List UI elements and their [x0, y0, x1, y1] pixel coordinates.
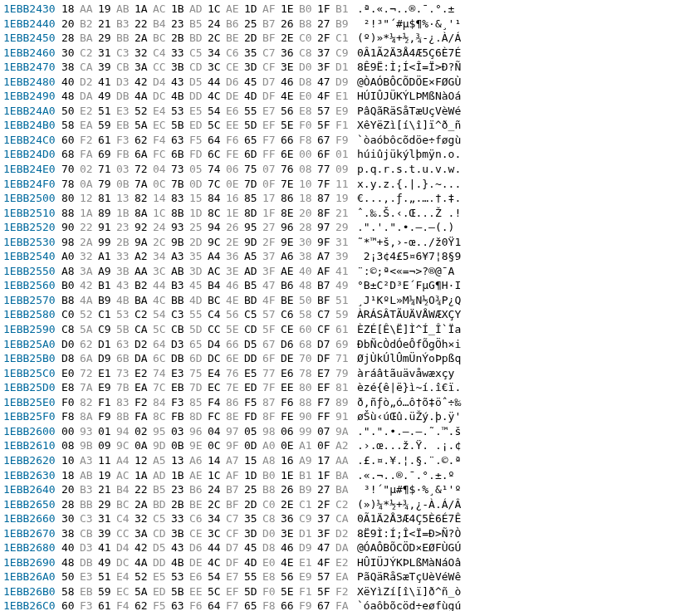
hex-byte: 94	[116, 424, 135, 439]
hex-byte: DE	[281, 351, 299, 366]
hex-byte: 5E	[226, 322, 244, 337]
hex-row[interactable]: 1EBB26A050E351E452E553E654E755E856E957EA…	[3, 569, 700, 584]
hex-row[interactable]: 1EBB245028BA29BB2ABC2BBD2CBE2DBF2EC02FC1…	[3, 31, 700, 46]
hex-byte: 10	[299, 177, 317, 192]
hex-row[interactable]: 1EBB252090229123922493259426952796289729…	[3, 220, 700, 235]
hex-byte: 06	[226, 162, 244, 177]
hex-byte: 6B	[116, 351, 135, 366]
hex-row[interactable]: 1EBB24F0780A790B7A0C7B0D7C0E7D0F7E107F11…	[3, 177, 700, 192]
hex-byte: 3F	[317, 60, 335, 75]
hex-byte: 4B	[171, 555, 189, 570]
ascii: àráâtãuävåwæxçy	[357, 366, 454, 381]
hex-row[interactable]: 1EBB25C0E072E173E274E375E476E577E678E779…	[3, 366, 700, 381]
hex-byte: 60	[61, 133, 80, 148]
hex-byte: B4	[153, 17, 171, 32]
address: 1EBB25A0	[3, 337, 61, 352]
hex-byte: D7	[226, 540, 244, 555]
hex-byte: EF	[317, 380, 335, 395]
hex-row[interactable]: 1EBB2510881A891B8A1C8B1D8C1E8D1F8E208F21…	[3, 206, 700, 221]
hex-row[interactable]: 1EBB24A050E251E352E453E554E655E756E857E9…	[3, 104, 700, 119]
hex-byte: 0E	[281, 438, 299, 453]
hex-bytes: 40D241D342D443D544D645D746D847D9	[61, 75, 354, 90]
hex-row[interactable]: 1EBB250080128113821483158416851786188719…	[3, 191, 700, 206]
hex-row[interactable]: 1EBB26C060F361F462F563F664F765F866F967FA…	[3, 599, 700, 611]
hex-byte: 88	[61, 206, 80, 221]
hex-byte: D6	[281, 337, 299, 352]
hex-row[interactable]: 1EBB243018AA19AB1AAC1BAD1CAE1DAF1EB01FB1…	[3, 2, 700, 17]
ascii: .›.œ...ž.Ÿ. .¡.¢	[357, 438, 461, 453]
hex-row[interactable]: 1EBB2610089B099C0A9D0B9E0C9F0DA00EA10FA2…	[3, 438, 700, 453]
hex-row[interactable]: 1EBB244020B221B322B423B524B625B726B827B9…	[3, 17, 700, 32]
hex-row[interactable]: 1EBB2580C052C153C254C355C456C557C658C759…	[3, 307, 700, 322]
hex-byte: 20	[299, 206, 317, 221]
hex-row[interactable]: 1EBB269048DB49DC4ADD4BDE4CDF4DE04EE14FE2…	[3, 555, 700, 570]
hex-row[interactable]: 1EBB2560B042B143B244B345B446B547B648B749…	[3, 278, 700, 293]
hex-row[interactable]: 1EBB26000093019402950396049705980699079A…	[3, 424, 700, 439]
hex-row[interactable]: 1EBB2530982A992B9A2C9B2D9C2E9D2F9E309F31…	[3, 235, 700, 250]
hex-byte: 7A	[80, 380, 98, 395]
hex-row[interactable]: 1EBB24E070027103720473057406750776087709…	[3, 162, 700, 177]
hex-byte: 55	[244, 569, 262, 584]
hex-byte: 66	[281, 133, 299, 148]
hex-row[interactable]: 1EBB24C060F261F362F463F564F665F766F867F9…	[3, 133, 700, 148]
hex-byte: BE	[226, 31, 244, 46]
hex-byte: AC	[153, 2, 171, 17]
hex-bytes: 20B221B322B423B524B625B726B827B9	[61, 17, 354, 32]
hex-byte: 1B	[116, 206, 135, 221]
hex-byte: 6C	[208, 147, 226, 162]
address: 1EBB25E0	[3, 395, 61, 410]
hex-row[interactable]: 1EBB246030C231C332C433C534C635C736C837C9…	[3, 46, 700, 61]
ascii: XêYëZì[í\î]ï^ð_ñ	[357, 118, 461, 133]
hex-byte: 90	[61, 220, 80, 235]
hex-byte: 0C	[208, 438, 226, 453]
hex-byte: 28	[61, 497, 80, 512]
hex-row[interactable]: 1EBB25D0E87AE97BEA7CEB7DEC7EED7FEE80EF81…	[3, 380, 700, 395]
hex-row[interactable]: 1EBB25E0F082F183F284F385F486F587F688F789…	[3, 395, 700, 410]
hex-byte: B5	[153, 482, 171, 497]
hex-row[interactable]: 1EBB25A0D062D163D264D365D466D567D668D769…	[3, 337, 700, 352]
hex-bytes: 20B321B422B523B624B725B826B927BA	[61, 482, 354, 497]
hex-row[interactable]: 1EBB2590C85AC95BCA5CCB5DCC5ECD5FCE60CF61…	[3, 322, 700, 337]
hex-byte: D3	[171, 337, 189, 352]
hex-byte: EC	[116, 584, 135, 599]
hex-row[interactable]: 1EBB25B0D86AD96BDA6CDB6DDC6EDD6FDE70DF71…	[3, 351, 700, 366]
hex-row[interactable]: 1EBB268040D341D442D543D644D745D846D947DA…	[3, 540, 700, 555]
hex-row[interactable]: 1EBB2570B84AB94BBA4CBB4DBC4EBD4FBE50BF51…	[3, 293, 700, 308]
hex-row[interactable]: 1EBB247038CA39CB3ACC3BCD3CCE3DCF3ED03FD1…	[3, 60, 700, 75]
hex-row[interactable]: 1EBB267038CB39CC3ACD3BCE3CCF3DD03ED13FD2…	[3, 526, 700, 541]
hex-row[interactable]: 1EBB249048DA49DB4ADC4BDD4CDE4DDF4EE04FE1…	[3, 89, 700, 104]
hex-row[interactable]: 1EBB265028BB29BC2ABD2BBE2CBF2DC02EC12FC2…	[3, 497, 700, 512]
hex-row[interactable]: 1EBB25F0F88AF98BFA8CFB8DFC8EFD8FFE90FF91…	[3, 409, 700, 424]
hex-byte: 47	[317, 540, 335, 555]
hex-bytes: E072E173E274E375E476E577E678E779	[61, 366, 354, 381]
hex-row[interactable]: 1EBB248040D241D342D443D544D645D746D847D9…	[3, 75, 700, 90]
hex-byte: B9	[335, 17, 354, 32]
hex-byte: A8	[61, 264, 80, 279]
hex-row[interactable]: 1EBB2550A83AA93BAA3CAB3DAC3EAD3FAE40AF41…	[3, 264, 700, 279]
hex-byte: 49	[98, 555, 116, 570]
hex-byte: 47	[317, 75, 335, 90]
hex-row[interactable]: 1EBB26B058EB59EC5AED5BEE5CEF5DF05EF15FF2…	[3, 584, 700, 599]
address: 1EBB2520	[3, 220, 61, 235]
ascii: ð‚ñƒò„ó…ô†õ‡öˆ÷‰	[357, 395, 461, 410]
hex-byte: E8	[262, 569, 281, 584]
hex-row[interactable]: 1EBB266030C331C432C533C634C735C836C937CA…	[3, 511, 700, 526]
hex-row[interactable]: 1EBB24D068FA69FB6AFC6BFD6CFE6DFF6E006F01…	[3, 147, 700, 162]
hex-row[interactable]: 1EBB24B058EA59EB5AEC5BED5CEE5DEF5EF05FF1…	[3, 118, 700, 133]
hex-byte: 8A	[80, 409, 98, 424]
hex-row[interactable]: 1EBB263018AB19AC1AAD1BAE1CAF1DB01EB11FBA…	[3, 468, 700, 483]
hex-byte: DD	[153, 555, 171, 570]
hex-byte: DE	[226, 89, 244, 104]
hex-byte: 37	[317, 46, 335, 61]
address: 1EBB24A0	[3, 104, 61, 119]
ascii: XëYìZí[î\ï]ð^ñ_ò	[357, 584, 461, 599]
hex-row[interactable]: 1EBB262010A311A412A513A614A715A816A917AA…	[3, 453, 700, 468]
hex-row[interactable]: 1EBB2540A032A133A234A335A436A537A638A739…	[3, 249, 700, 264]
hex-byte: 43	[171, 75, 189, 90]
hex-byte: B8	[299, 17, 317, 32]
hex-byte: 37	[262, 249, 281, 264]
hex-byte: CE	[189, 526, 208, 541]
hex-byte: 81	[98, 191, 116, 206]
hex-row[interactable]: 1EBB264020B321B422B523B624B725B826B927BA…	[3, 482, 700, 497]
hex-byte: 5F	[262, 322, 281, 337]
